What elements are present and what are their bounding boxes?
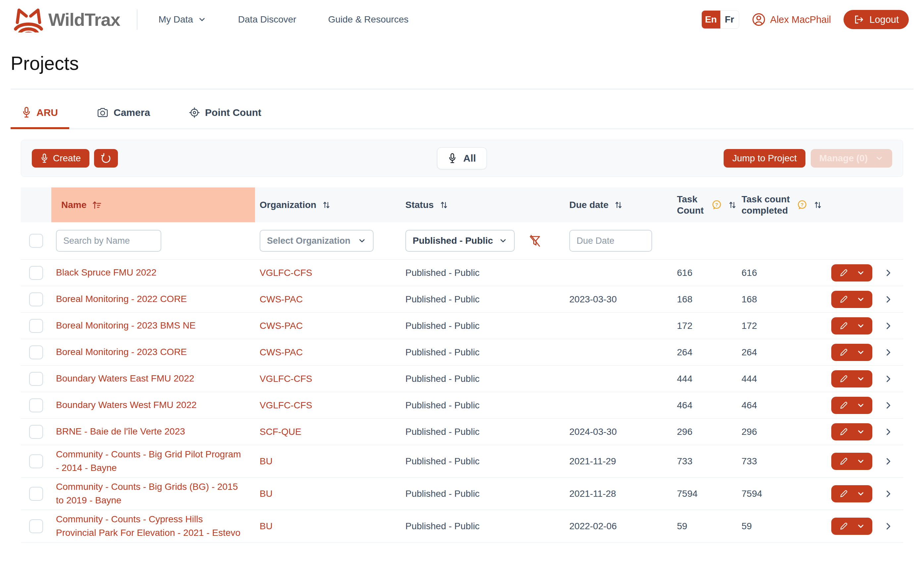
project-name-link[interactable]: Community - Counts - Cypress Hills Provi… [56,513,255,540]
organization-select[interactable]: Select Organization [260,230,374,252]
tab-camera-label: Camera [114,107,150,118]
manage-button[interactable]: Manage (0) [811,149,892,168]
clear-filter-icon[interactable] [528,234,542,248]
edit-project-button[interactable] [831,485,872,502]
project-name-link[interactable]: BRNE - Baie de l'île Verte 2023 [56,425,195,439]
project-organization-link[interactable]: VGLFC-CFS [255,373,401,384]
row-checkbox[interactable] [29,372,43,386]
edit-project-button[interactable] [831,397,872,414]
lang-fr-button[interactable]: Fr [720,10,739,28]
project-name-link[interactable]: Community - Counts - Big Grids (BG) - 20… [56,480,255,507]
sensor-all-button[interactable]: All [437,147,487,169]
row-actions [831,423,903,441]
project-status: Published - Public [401,321,565,331]
table-row[interactable]: Boreal Monitoring - 2023 BMS NE CWS-PAC … [21,313,903,339]
edit-project-button[interactable] [831,453,872,470]
user-menu[interactable]: Alex MacPhail [752,13,831,27]
row-checkbox[interactable] [29,425,43,439]
create-button[interactable]: Create [32,149,89,168]
project-name-link[interactable]: Community - Counts - Big Grid Pilot Prog… [56,448,255,475]
lang-en-button[interactable]: En [702,10,720,28]
chevron-right-icon[interactable] [884,522,893,531]
edit-project-button[interactable] [831,370,872,388]
edit-project-button[interactable] [831,264,872,282]
project-name-link[interactable]: Boreal Monitoring - 2022 CORE [56,292,197,306]
brand-name: WildTrax [48,9,120,30]
edit-project-button[interactable] [831,291,872,308]
project-name-link[interactable]: Boundary Waters East FMU 2022 [56,372,204,385]
chevron-right-icon[interactable] [884,348,893,357]
table-row[interactable]: Boundary Waters West FMU 2022 VGLFC-CFS … [21,392,903,419]
tab-camera[interactable]: Camera [86,106,161,129]
nav-guide-resources[interactable]: Guide & Resources [328,14,409,25]
edit-project-button[interactable] [831,317,872,334]
table-row[interactable]: Boreal Monitoring - 2022 CORE CWS-PAC Pu… [21,286,903,313]
table-row[interactable]: BRNE - Baie de l'île Verte 2023 SCF-QUE … [21,419,903,445]
edit-project-button[interactable] [831,344,872,361]
project-name-link[interactable]: Black Spruce FMU 2022 [56,266,166,280]
project-organization-link[interactable]: CWS-PAC [255,347,401,358]
column-header-status[interactable]: Status [401,187,565,222]
pencil-icon [838,521,849,531]
pencil-icon [838,456,849,466]
row-checkbox-cell [21,262,51,283]
project-organization-link[interactable]: SCF-QUE [255,427,401,437]
edit-project-button[interactable] [831,423,872,441]
nav-data-discover[interactable]: Data Discover [238,14,296,25]
status-select[interactable]: Published - Public [405,230,514,252]
help-icon[interactable]: ? [711,199,722,211]
table-row[interactable]: Community - Counts - Big Grids (BG) - 20… [21,478,903,510]
chevron-right-icon[interactable] [884,457,893,466]
row-checkbox[interactable] [29,519,43,533]
column-header-name[interactable]: Name [51,187,255,222]
logout-button[interactable]: Logout [843,10,909,29]
table-row[interactable]: Black Spruce FMU 2022 VGLFC-CFS Publishe… [21,260,903,286]
project-name-link[interactable]: Boreal Monitoring - 2023 BMS NE [56,319,206,333]
project-organization-link[interactable]: BU [255,489,401,499]
row-checkbox[interactable] [29,266,43,280]
row-checkbox[interactable] [29,399,43,412]
table-row[interactable]: Community - Counts - Big Grid Pilot Prog… [21,445,903,478]
row-checkbox[interactable] [29,292,43,306]
nav-my-data[interactable]: My Data [159,14,206,25]
edit-project-button[interactable] [831,518,872,535]
project-due-date: 2021-11-28 [565,489,672,499]
chevron-down-icon [856,522,865,531]
refresh-button[interactable] [94,149,118,168]
search-by-name-input[interactable] [56,230,161,252]
project-organization-link[interactable]: VGLFC-CFS [255,268,401,278]
jump-to-project-button[interactable]: Jump to Project [724,149,806,168]
project-name-link[interactable]: Boundary Waters West FMU 2022 [56,399,207,412]
status-filter-cell: Published - Public [401,230,565,252]
chevron-right-icon[interactable] [884,427,893,436]
table-row[interactable]: Boreal Monitoring - 2023 CORE CWS-PAC Pu… [21,339,903,366]
column-header-task-count[interactable]: Task Count ? [672,187,737,222]
chevron-right-icon[interactable] [884,321,893,331]
select-all-checkbox[interactable] [29,234,43,248]
tab-point-count[interactable]: Point Count [178,106,273,129]
due-date-input[interactable] [569,230,652,252]
column-header-organization[interactable]: Organization [255,187,401,222]
project-organization-link[interactable]: CWS-PAC [255,294,401,305]
column-header-task-count-completed[interactable]: Task count completed ? [737,187,831,222]
chevron-right-icon[interactable] [884,295,893,304]
project-organization-link[interactable]: BU [255,521,401,532]
table-row[interactable]: Community - Counts - Cypress Hills Provi… [21,510,903,543]
chevron-right-icon[interactable] [884,374,893,384]
project-organization-link[interactable]: BU [255,456,401,467]
project-name-link[interactable]: Boreal Monitoring - 2023 CORE [56,345,197,359]
project-organization-link[interactable]: CWS-PAC [255,321,401,331]
row-checkbox[interactable] [29,454,43,468]
tab-aru[interactable]: ARU [10,106,69,129]
row-checkbox[interactable] [29,319,43,333]
chevron-right-icon[interactable] [884,268,893,277]
column-header-due-date[interactable]: Due date [565,187,672,222]
help-icon[interactable]: ? [796,199,808,211]
row-checkbox[interactable] [29,345,43,359]
row-checkbox[interactable] [29,487,43,501]
project-organization-link[interactable]: VGLFC-CFS [255,400,401,411]
chevron-right-icon[interactable] [884,489,893,498]
brand[interactable]: WildTrax [13,7,120,33]
table-row[interactable]: Boundary Waters East FMU 2022 VGLFC-CFS … [21,366,903,392]
chevron-right-icon[interactable] [884,401,893,410]
